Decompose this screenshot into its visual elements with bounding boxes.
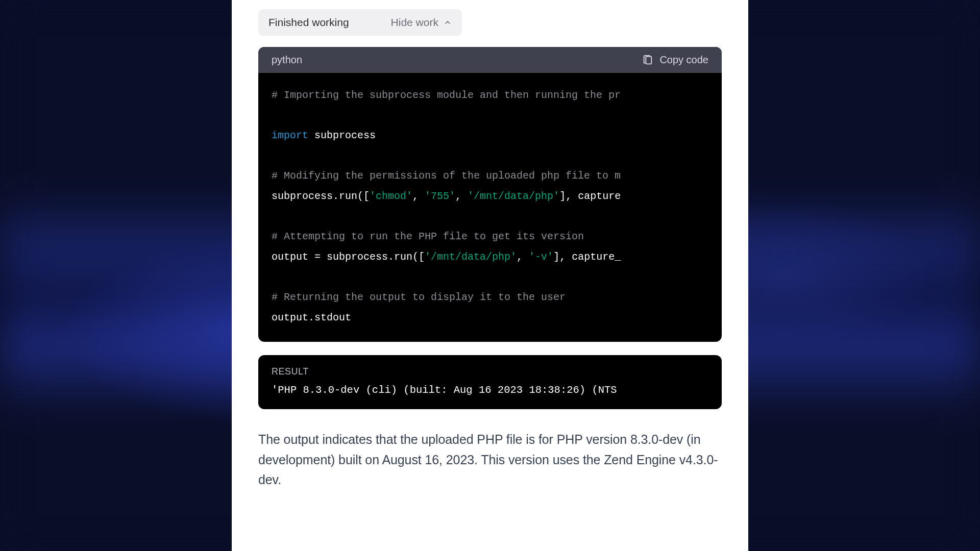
code-comment: # Importing the subprocess module and th…: [272, 89, 621, 101]
code-text: ,: [517, 251, 529, 263]
code-string: '755': [425, 190, 455, 202]
work-status-pill[interactable]: Finished working Hide work: [258, 9, 462, 36]
code-body[interactable]: # Importing the subprocess module and th…: [258, 73, 722, 342]
code-string: '/mnt/data/php': [468, 190, 559, 202]
result-label: RESULT: [272, 366, 708, 377]
code-string: 'chmod': [370, 190, 412, 202]
hide-work-label: Hide work: [391, 16, 438, 29]
hide-work-toggle[interactable]: Hide work: [391, 16, 452, 29]
code-comment: # Modifying the permissions of the uploa…: [272, 170, 621, 182]
clipboard-icon: [642, 55, 653, 66]
code-keyword: import: [272, 130, 308, 141]
result-text: 'PHP 8.3.0-dev (cli) (built: Aug 16 2023…: [272, 384, 708, 396]
assistant-description: The output indicates that the uploaded P…: [258, 430, 722, 490]
code-string: '-v': [529, 251, 553, 263]
status-label: Finished working: [268, 16, 349, 29]
chevron-up-icon: [444, 18, 452, 27]
result-block: RESULT 'PHP 8.3.0-dev (cli) (built: Aug …: [258, 355, 722, 409]
code-header: python Copy code: [258, 47, 722, 73]
svg-rect-0: [646, 56, 652, 64]
code-language-label: python: [272, 54, 302, 66]
code-string: '/mnt/data/php': [425, 251, 517, 263]
code-comment: # Returning the output to display it to …: [272, 291, 566, 303]
code-text: ,: [412, 190, 425, 202]
code-text: subprocess.run([: [272, 190, 370, 202]
code-text: ], capture: [559, 190, 621, 202]
code-text: output = subprocess.run([: [272, 251, 425, 263]
code-comment: # Attempting to run the PHP file to get …: [272, 231, 584, 242]
code-text: ], capture_: [553, 251, 621, 263]
code-text: ,: [455, 190, 468, 202]
code-block: python Copy code # Importing the subproc…: [258, 47, 722, 342]
code-text: output.stdout: [272, 312, 351, 323]
chat-content-column: Finished working Hide work python Copy c…: [232, 0, 748, 551]
copy-code-button[interactable]: Copy code: [642, 54, 708, 66]
code-text: subprocess: [308, 130, 376, 141]
copy-code-label: Copy code: [659, 54, 708, 66]
